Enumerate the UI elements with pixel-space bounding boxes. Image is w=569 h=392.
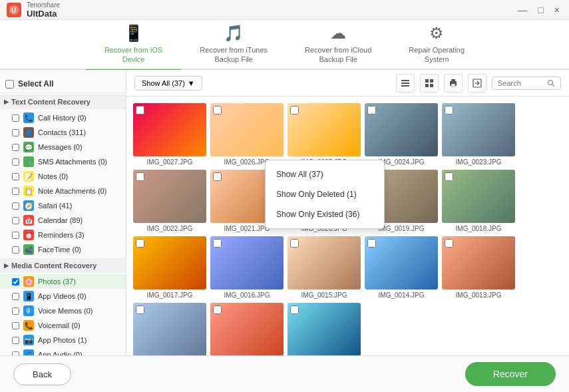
sidebar-item-voicemail[interactable]: 📞 Voicemail (0) xyxy=(0,318,126,333)
photo-item[interactable]: IMG_0027.JPG xyxy=(133,103,206,166)
recover-button[interactable]: Recover xyxy=(465,362,556,386)
sidebar-checkbox[interactable] xyxy=(12,246,19,254)
search-input[interactable] xyxy=(498,79,544,87)
sidebar-checkbox[interactable] xyxy=(12,217,19,224)
sidebar-item-voice-memos[interactable]: 🎙 Voice Memos (0) xyxy=(0,303,126,318)
content-area: Show All (37) ▼ xyxy=(126,70,569,355)
sidebar-item-notes[interactable]: 📝 Notes (0) xyxy=(0,169,126,184)
maximize-button[interactable]: □ xyxy=(535,5,546,15)
photo-item[interactable]: IMG_0023.JPG xyxy=(442,103,515,166)
sidebar-checkbox[interactable] xyxy=(12,293,19,300)
section-text-content[interactable]: ▶ Text Content Recovery xyxy=(0,95,126,109)
sidebar-item-messages[interactable]: 💬 Messages (0) xyxy=(0,140,126,154)
photo-item[interactable]: IMG_0017.JPG xyxy=(133,236,206,299)
photo-checkbox[interactable] xyxy=(136,172,144,181)
sidebar-item-facetime[interactable]: 📹 FaceTime (0) xyxy=(0,242,126,257)
sidebar-item-label: Notes (0) xyxy=(38,172,68,180)
photo-checkbox[interactable] xyxy=(367,239,376,248)
media-content-items: 🌸 Photos (37) 📱 App Videos (0) 🎙 Voice M… xyxy=(0,274,126,355)
sidebar-item-label: Calendar (89) xyxy=(38,216,83,224)
select-all-checkbox[interactable] xyxy=(5,80,14,89)
sidebar-checkbox[interactable] xyxy=(12,158,19,166)
close-button[interactable]: × xyxy=(552,5,562,15)
sidebar-checkbox[interactable] xyxy=(12,337,19,344)
sidebar-item-sms-attachments[interactable]: 📎 SMS Attachments (0) xyxy=(0,154,126,169)
export-button[interactable] xyxy=(468,74,486,93)
sidebar-item-app-audio[interactable]: 🎵 App Audio (0) xyxy=(0,347,126,355)
photo-item[interactable]: IMG_0014.JPG xyxy=(365,236,438,299)
photo-checkbox[interactable] xyxy=(290,239,299,248)
dropdown-show-deleted[interactable]: Show Only Deleted (1) xyxy=(266,184,384,204)
search-box[interactable] xyxy=(492,77,561,90)
photo-checkbox[interactable] xyxy=(136,106,144,114)
sidebar-checkbox[interactable] xyxy=(12,144,19,151)
sidebar-item-calendar[interactable]: 📅 Calendar (89) xyxy=(0,213,126,228)
photo-checkbox[interactable] xyxy=(213,305,222,314)
photo-item[interactable]: IMG_0022.JPG xyxy=(133,170,206,232)
print-button[interactable] xyxy=(444,74,463,93)
sidebar-checkbox[interactable] xyxy=(12,307,19,315)
minimize-button[interactable]: — xyxy=(515,5,530,15)
sidebar-checkbox[interactable] xyxy=(12,278,19,286)
sidebar-checkbox[interactable] xyxy=(12,114,19,122)
sidebar-item-icon: 📱 xyxy=(23,291,34,301)
sidebar-checkbox[interactable] xyxy=(12,188,19,195)
photo-checkbox[interactable] xyxy=(213,106,222,114)
sidebar-item-app-photos[interactable]: 📷 App Photos (1) xyxy=(0,333,126,347)
photo-item[interactable]: IMG_0025.JPG xyxy=(287,103,361,166)
photo-item[interactable]: IMG_0026.JPG xyxy=(210,103,284,166)
select-all-row[interactable]: Select All xyxy=(0,75,126,93)
photo-checkbox[interactable] xyxy=(367,106,376,114)
photo-checkbox[interactable] xyxy=(445,172,453,181)
photo-thumbnail xyxy=(287,236,361,290)
photo-checkbox[interactable] xyxy=(445,106,453,114)
sidebar-item-call-history[interactable]: 📞 Call History (0) xyxy=(0,110,126,125)
photo-checkbox[interactable] xyxy=(290,305,299,314)
view-grid-button[interactable] xyxy=(420,74,439,93)
photo-checkbox[interactable] xyxy=(290,106,299,114)
sidebar-item-safari[interactable]: 🧭 Safari (41) xyxy=(0,198,126,213)
show-all-button[interactable]: Show All (37) ▼ xyxy=(134,76,202,91)
dropdown-show-all[interactable]: Show All (37) xyxy=(266,164,384,184)
back-button[interactable]: Back xyxy=(13,363,71,385)
photo-item[interactable]: IMG_0015.JPG xyxy=(287,236,361,299)
photo-checkbox[interactable] xyxy=(136,239,144,248)
photo-checkbox[interactable] xyxy=(136,305,144,314)
photo-item[interactable]: IMG_0018.JPG xyxy=(442,170,515,232)
nav-repair-system[interactable]: ⚙ Repair OperatingSystem xyxy=(390,19,483,72)
sidebar-checkbox[interactable] xyxy=(12,322,19,329)
sidebar-item-app-videos[interactable]: 📱 App Videos (0) xyxy=(0,289,126,303)
view-list-button[interactable] xyxy=(396,74,415,93)
sidebar-item-label: App Videos (0) xyxy=(38,292,87,300)
photo-checkbox[interactable] xyxy=(445,239,453,248)
window-controls[interactable]: — □ × xyxy=(515,5,562,15)
gear-icon: ⚙ xyxy=(429,24,444,43)
photo-item[interactable]: IMG_0024.JPG xyxy=(365,103,438,166)
dropdown-show-existed[interactable]: Show Only Existed (36) xyxy=(266,204,384,224)
photo-item[interactable]: IMG_0011.JPG xyxy=(210,303,284,355)
sidebar-checkbox[interactable] xyxy=(12,202,19,210)
photo-item[interactable]: IMG_0016.JPG xyxy=(210,236,284,299)
sidebar-item-photos[interactable]: 🌸 Photos (37) xyxy=(0,274,126,289)
sidebar-checkbox[interactable] xyxy=(12,129,19,136)
sidebar-item-reminders[interactable]: ⏰ Reminders (3) xyxy=(0,228,126,242)
top-navigation: 📱 Recover from iOSDevice 🎵 Recover from … xyxy=(0,20,569,70)
sidebar-checkbox[interactable] xyxy=(12,232,19,239)
photo-item[interactable]: IMG_0013.JPG xyxy=(442,236,515,299)
photo-checkbox[interactable] xyxy=(213,239,222,248)
sidebar-item-note-attachments[interactable]: 📋 Note Attachments (0) xyxy=(0,184,126,198)
sidebar-item-contacts[interactable]: 👤 Contacts (311) xyxy=(0,125,126,140)
svg-text:U: U xyxy=(11,7,16,14)
sidebar-item-label: Messages (0) xyxy=(38,143,83,151)
photo-item[interactable]: IMG_0012.JPG xyxy=(133,303,206,355)
sidebar-checkbox[interactable] xyxy=(12,173,19,180)
nav-itunes-backup[interactable]: 🎵 Recover from iTunesBackup File xyxy=(181,19,286,72)
photo-checkbox[interactable] xyxy=(213,172,222,181)
nav-ios-device[interactable]: 📱 Recover from iOSDevice xyxy=(86,19,181,72)
nav-icloud-backup[interactable]: ☁ Recover from iCloudBackup File xyxy=(286,19,390,72)
section-media-content[interactable]: ▶ Media Content Recovery xyxy=(0,258,126,273)
photo-item[interactable]: IMG_0010.JPG xyxy=(287,303,361,355)
photo-thumbnail xyxy=(133,303,206,355)
photo-thumbnail xyxy=(287,303,361,355)
sidebar-item-icon: 🎙 xyxy=(23,305,34,316)
